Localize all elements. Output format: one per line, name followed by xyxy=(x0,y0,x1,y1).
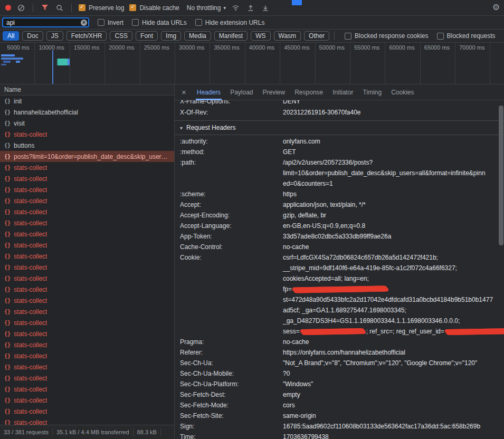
blocked-requests-checkbox[interactable]: Blocked requests xyxy=(437,32,496,40)
header-row: Cache-Control:no-cache xyxy=(180,242,504,252)
filter-chip-css[interactable]: CSS xyxy=(110,31,132,41)
request-row[interactable]: {}stats-collect xyxy=(0,184,174,195)
network-conditions-button[interactable] xyxy=(231,3,241,13)
tab-cookies[interactable]: Cookies xyxy=(391,84,414,100)
filter-chip-font[interactable]: Font xyxy=(136,31,158,41)
header-value: en-GB,en-US;q=0.9,en;q=0.8 xyxy=(283,221,365,231)
request-row[interactable]: {}stats-collect xyxy=(0,328,174,339)
request-row[interactable]: {}stats-collect xyxy=(0,284,174,295)
request-headers-section[interactable]: ▾ Request Headers xyxy=(180,121,504,135)
request-row[interactable]: {}stats-collect xyxy=(0,306,174,317)
clipped-header-row: X-Frame-Options: DENY xyxy=(180,100,504,107)
chevron-down-icon: ▾ xyxy=(223,5,226,11)
search-button[interactable] xyxy=(55,3,64,13)
preserve-log-checkbox[interactable]: Preserve log xyxy=(79,4,124,12)
throttling-value: No throttling xyxy=(187,4,221,12)
request-row[interactable]: {}stats-collect xyxy=(0,162,174,173)
header-name: Referer: xyxy=(180,347,283,358)
request-row[interactable]: {}stats-collect xyxy=(0,395,174,406)
blocked-response-cookies-checkbox[interactable]: Blocked response cookies xyxy=(345,32,428,40)
request-row[interactable]: {}stats-collect xyxy=(0,206,174,217)
name-column-header[interactable]: Name xyxy=(0,84,174,96)
disable-cache-checkbox[interactable]: Disable cache xyxy=(129,4,179,12)
overview-time-label: 20000 ms xyxy=(109,44,134,51)
import-har-button[interactable] xyxy=(246,3,255,13)
filter-chip-doc[interactable]: Doc xyxy=(22,31,43,41)
request-row[interactable]: {}init xyxy=(0,96,174,107)
header-value-line: 1703636799438 xyxy=(283,432,329,439)
network-conditions-icon xyxy=(232,4,240,11)
header-value-line: empty xyxy=(283,389,300,400)
tab-response[interactable]: Response xyxy=(294,84,323,100)
overview-time-label: 65000 ms xyxy=(424,44,450,51)
request-row[interactable]: {}buttons xyxy=(0,140,174,151)
export-har-button[interactable] xyxy=(261,3,270,13)
close-icon[interactable]: × xyxy=(182,88,186,97)
hide-extension-urls-checkbox[interactable]: Hide extension URLs xyxy=(195,19,265,26)
throttling-dropdown[interactable]: No throttling ▾ xyxy=(187,4,226,12)
filter-chip-other[interactable]: Other xyxy=(304,31,329,41)
fetch-icon: {} xyxy=(4,209,11,215)
filter-chip-img[interactable]: Img xyxy=(161,31,181,41)
invert-checkbox[interactable]: Invert xyxy=(98,19,123,26)
request-row[interactable]: {}stats-collect xyxy=(0,262,174,273)
request-row[interactable]: {}stats-collect xyxy=(0,406,174,417)
tab-timing[interactable]: Timing xyxy=(363,84,382,100)
fetch-icon: {} xyxy=(4,309,11,314)
header-row: Cookie:csrf=LdfcGX4Sa72db06824c657db26a5… xyxy=(180,252,504,337)
clear-filter-icon[interactable]: × xyxy=(81,20,87,26)
overview-column: 5000 ms xyxy=(0,43,35,84)
request-row[interactable]: {}stats-collect xyxy=(0,350,174,361)
header-value-line: ed=0&counters=1 xyxy=(283,178,486,189)
request-row[interactable]: {}stats-collect xyxy=(0,384,174,395)
filter-chip-fetch-xhr[interactable]: Fetch/XHR xyxy=(66,31,107,41)
record-button[interactable] xyxy=(5,5,11,11)
request-row[interactable]: {}hannahelizabethofficial xyxy=(0,107,174,118)
clear-button[interactable] xyxy=(16,3,26,13)
request-row[interactable]: {}stats-collect xyxy=(0,339,174,350)
request-name: stats-collect xyxy=(14,341,47,349)
request-row[interactable]: {}stats-collect xyxy=(0,295,174,306)
settings-gear-icon[interactable]: ⚙ xyxy=(492,3,500,12)
tab-payload[interactable]: Payload xyxy=(230,84,253,100)
overview-time-label: 10000 ms xyxy=(39,44,64,51)
header-row: App-Token:33d57ade8c02dbc5a333db99ff9ae2… xyxy=(180,231,504,242)
request-row[interactable]: {}stats-collect xyxy=(0,240,174,251)
request-row[interactable]: {}stats-collect xyxy=(0,361,174,373)
filter-chip-manifest[interactable]: Manifest xyxy=(214,31,248,41)
filter-toggle-button[interactable] xyxy=(40,3,50,13)
network-status-bar: 33 / 381 requests 35.1 kB / 4.4 MB trans… xyxy=(0,425,174,439)
header-row: Referer:https://onlyfans.com/hannaheliza… xyxy=(180,347,504,358)
request-name: stats-collect xyxy=(14,131,47,138)
overview-column: 40000 ms xyxy=(245,43,280,84)
request-row[interactable]: {}posts?limit=10&order=publish_date_desc… xyxy=(0,151,174,162)
request-row[interactable]: {}visit xyxy=(0,118,174,129)
request-row[interactable]: {}stats-collect xyxy=(0,217,174,228)
tab-initiator[interactable]: Initiator xyxy=(332,84,353,100)
request-name: stats-collect xyxy=(14,386,47,393)
hide-data-urls-checkbox[interactable]: Hide data URLs xyxy=(132,19,187,26)
tab-headers[interactable]: Headers xyxy=(197,84,221,100)
filter-input[interactable] xyxy=(2,17,89,27)
request-row[interactable]: {}stats-collect xyxy=(0,317,174,328)
filter-chip-all[interactable]: All xyxy=(3,31,19,41)
filter-chip-js[interactable]: JS xyxy=(46,31,63,41)
header-value: empty xyxy=(283,389,300,400)
filter-chip-media[interactable]: Media xyxy=(184,31,211,41)
request-row[interactable]: {}stats-collect xyxy=(0,173,174,184)
request-name: hannahelizabethofficial xyxy=(14,109,78,116)
filter-chip-ws[interactable]: WS xyxy=(251,31,270,41)
tab-preview[interactable]: Preview xyxy=(263,84,286,100)
request-row[interactable]: {}stats-collect xyxy=(0,228,174,240)
filter-chip-wasm[interactable]: Wasm xyxy=(274,31,301,41)
request-row[interactable]: {}stats-collect xyxy=(0,251,174,262)
network-overview[interactable]: 5000 ms10000 ms15000 ms20000 ms25000 ms3… xyxy=(0,43,504,84)
request-row[interactable]: {}stats-collect xyxy=(0,273,174,284)
header-value: gzip, deflate, br xyxy=(283,210,326,221)
request-row[interactable]: {}stats-collect xyxy=(0,129,174,140)
request-row[interactable]: {}stats-collect xyxy=(0,195,174,206)
header-value-line: fp= xyxy=(283,284,504,294)
details-scrollbar-thumb[interactable] xyxy=(499,106,503,245)
request-row[interactable]: {}stats-collect xyxy=(0,373,174,384)
request-row[interactable]: {}stats-collect xyxy=(0,417,174,425)
